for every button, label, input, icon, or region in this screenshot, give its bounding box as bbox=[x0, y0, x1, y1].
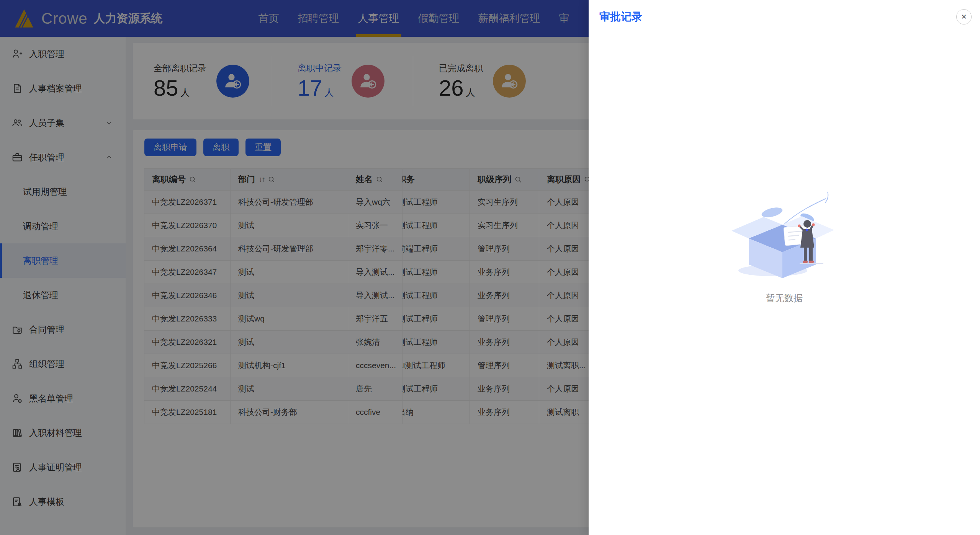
empty-text: 暂无数据 bbox=[727, 292, 842, 304]
approval-drawer: 审批记录 ✕ 暂 bbox=[589, 0, 980, 535]
app-root: { "brand": { "name": "Crowe", "system": … bbox=[0, 0, 980, 535]
drawer-header: 审批记录 ✕ bbox=[589, 0, 980, 34]
drawer-title: 审批记录 bbox=[599, 10, 642, 24]
empty-box-illustration bbox=[727, 189, 842, 285]
empty-state: 暂无数据 bbox=[727, 189, 842, 304]
close-icon[interactable]: ✕ bbox=[956, 9, 972, 24]
